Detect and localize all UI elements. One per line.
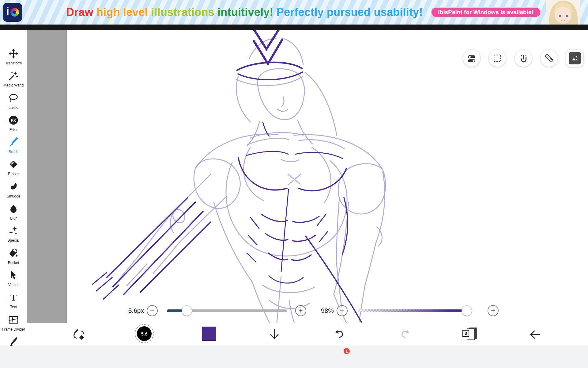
magic-wand-icon	[8, 71, 19, 81]
redo-icon	[398, 328, 412, 341]
sidebar-item-smudge[interactable]: Smudge	[0, 182, 27, 204]
banner-character-art	[546, 0, 580, 25]
svg-text:FX: FX	[11, 118, 16, 123]
tool-label: Text	[10, 305, 17, 309]
image-icon	[569, 52, 581, 64]
selection-button[interactable]	[489, 50, 506, 67]
svg-text:T: T	[10, 292, 17, 302]
swap-brush-eraser-icon	[73, 328, 85, 341]
undo-button[interactable]	[333, 328, 346, 343]
app-chrome-strip	[0, 25, 588, 30]
sidebar-item-special[interactable]: Special	[0, 226, 27, 248]
banner-segment: illustrations	[151, 6, 217, 18]
tool-label: Lasso	[9, 106, 18, 109]
banner-headline: Draw high level illustrations intuitivel…	[66, 6, 423, 19]
hand-tool-button[interactable]	[515, 50, 532, 67]
drawing-canvas[interactable]	[67, 30, 588, 323]
tool-label: Frame Divider	[2, 328, 25, 331]
eraser-icon	[8, 159, 19, 170]
banner-segment: intuitively!	[217, 6, 277, 18]
bottom-toolbar: 5.6 3	[0, 323, 588, 346]
sidebar-item-text[interactable]: T Text	[0, 292, 27, 314]
palette-icon	[10, 8, 19, 17]
sidebar-item-vector[interactable]: Vector	[0, 270, 27, 292]
sidebar-item-lasso[interactable]: Lasso	[0, 93, 27, 115]
tool-label: Magic Wand	[3, 83, 24, 87]
sidebar-item-filter[interactable]: FX Filter	[0, 115, 27, 137]
opacity-slider[interactable]	[357, 309, 469, 312]
tool-label: Smudge	[7, 194, 21, 198]
opacity-increase-button[interactable]: +	[488, 305, 499, 316]
undo-icon	[333, 328, 346, 341]
tool-label: Transform	[5, 61, 22, 65]
blur-drop-icon	[8, 204, 19, 214]
banner-segment: Perfectly pursued usability!	[277, 6, 423, 18]
system-navbar	[0, 346, 588, 368]
back-arrow-icon	[528, 328, 542, 341]
canvas-sketch[interactable]	[67, 30, 588, 323]
color-swatch-button[interactable]	[202, 327, 216, 341]
ibispaint-logo[interactable]: i	[3, 3, 22, 22]
tool-label: Brush	[9, 150, 18, 154]
tool-label: Eraser	[8, 172, 19, 176]
tool-label: Filter	[9, 128, 18, 132]
transform-icon	[8, 48, 19, 59]
brush-tip-preview: 5.6	[137, 326, 152, 341]
brush-preview-button[interactable]: 5.6	[135, 324, 154, 343]
tool-label: Special	[7, 239, 19, 242]
ruler-icon	[545, 54, 554, 63]
sidebar-item-brush[interactable]: Brush	[0, 137, 27, 159]
sidebar-item-magic-wand[interactable]: Magic Wand	[0, 71, 27, 93]
back-button[interactable]	[528, 328, 542, 343]
bucket-icon	[8, 248, 19, 259]
lasso-icon	[8, 93, 19, 103]
sidebar-item-eraser[interactable]: Eraser	[0, 159, 27, 181]
vector-cursor-icon	[8, 270, 19, 281]
sidebar-item-transform[interactable]: Transform	[0, 48, 27, 71]
redo-button[interactable]	[398, 328, 412, 343]
opacity-value: 98%	[313, 305, 334, 316]
quick-settings-button[interactable]	[463, 50, 480, 67]
brush-icon	[8, 137, 19, 148]
sidebar-item-pen-partial[interactable]	[0, 337, 27, 346]
opacity-slider-knob[interactable]	[462, 305, 472, 316]
special-sparkles-icon	[8, 226, 19, 236]
smudge-icon	[8, 182, 19, 192]
tool-label: Bucket	[8, 261, 19, 265]
ruler-button[interactable]	[541, 50, 558, 67]
windows-available-button[interactable]: ibisPaint for Windows is available!	[431, 7, 541, 17]
promo-banner: i Draw high level illustrations intuitiv…	[0, 0, 588, 25]
sidebar-item-blur[interactable]: Blur	[0, 204, 27, 226]
banner-segment: high level	[96, 6, 151, 18]
tool-label: Vector	[8, 283, 19, 287]
sidebar-item-frame-divider[interactable]: Frame Divider	[0, 315, 27, 337]
touch-hand-icon	[519, 54, 528, 63]
layers-button[interactable]: 3	[462, 327, 477, 341]
brush-size-slider-knob[interactable]	[182, 305, 192, 316]
toggles-icon	[467, 54, 476, 63]
pen-icon	[8, 337, 19, 346]
opacity-decrease-button[interactable]: −	[337, 305, 348, 316]
dashed-selection-icon	[493, 54, 502, 63]
brush-size-increase-button[interactable]: +	[295, 305, 306, 316]
brush-size-decrease-button[interactable]: −	[147, 305, 158, 316]
filter-fx-icon: FX	[8, 115, 19, 125]
sidebar-item-bucket[interactable]: Bucket	[0, 248, 27, 270]
frame-divider-icon	[8, 315, 19, 325]
tool-sidebar: Transform Magic Wand Lasso FX Filter Bru…	[0, 30, 27, 346]
down-arrow-icon	[268, 328, 281, 341]
material-button[interactable]	[566, 50, 583, 67]
swap-tool-button[interactable]	[73, 328, 85, 342]
logo-letter: i	[6, 6, 9, 17]
x-notification-badge: 1	[344, 348, 350, 354]
brush-size-value: 5.6px	[119, 305, 144, 316]
tool-label: Blur	[10, 217, 17, 220]
opacity-gradient	[357, 309, 469, 312]
text-tool-icon: T	[8, 292, 19, 303]
expand-panel-button[interactable]	[268, 328, 281, 343]
banner-segment: Draw	[66, 6, 96, 18]
layers-count-badge: 3	[462, 330, 469, 337]
